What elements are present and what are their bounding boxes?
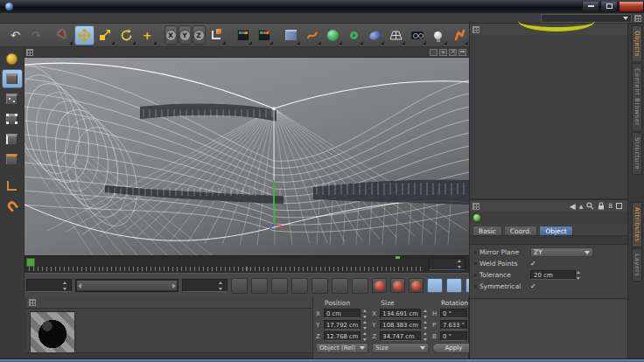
side-tab-structure[interactable]: Structure [632, 132, 642, 175]
size-y-field[interactable]: 108.383 cm [380, 320, 421, 330]
edges-mode-button[interactable] [2, 129, 23, 149]
four-view-icon[interactable] [439, 49, 447, 56]
mirror-plane-dropdown[interactable]: ZY [530, 247, 593, 257]
material-scrollbar[interactable] [26, 352, 312, 359]
keyable-dot-icon[interactable] [474, 262, 477, 265]
snap-button[interactable] [2, 196, 23, 215]
add-light-button[interactable] [428, 25, 448, 45]
single-view-icon[interactable] [430, 49, 438, 56]
attribute-grid-icon[interactable] [472, 203, 480, 210]
object-rel-dropdown[interactable]: Object (Rel) [316, 343, 368, 353]
side-tab-objects[interactable]: Objects [632, 25, 642, 62]
tab-object[interactable]: Object [539, 226, 572, 235]
stepper-icon[interactable] [423, 310, 429, 318]
current-frame-field[interactable] [26, 279, 72, 292]
object-manager-grid-icon[interactable] [472, 26, 480, 33]
title-bar[interactable] [0, 0, 644, 13]
timeline-ruler[interactable] [24, 255, 469, 273]
range-right-arrow-icon[interactable] [172, 283, 176, 289]
goto-start-button[interactable] [231, 278, 248, 294]
material-thumbnail[interactable] [30, 311, 75, 357]
layout-grid-icon[interactable] [634, 15, 641, 22]
add-array-button[interactable] [344, 25, 364, 45]
stepper-icon[interactable] [423, 332, 429, 341]
stepper-icon[interactable] [362, 310, 368, 318]
symmetrical-checkbox[interactable]: ✓ [530, 282, 536, 290]
coordinate-system-button[interactable] [206, 25, 227, 45]
size-z-field[interactable]: 34.747 cm [380, 331, 421, 341]
goto-end-button[interactable] [352, 278, 368, 294]
viewport[interactable] [24, 47, 469, 255]
previous-frame-button[interactable] [271, 278, 288, 294]
last-tool-button[interactable]: + [137, 25, 158, 45]
polygons-mode-button[interactable] [2, 150, 23, 169]
points-mode-button[interactable] [2, 109, 23, 129]
position-y-field[interactable]: 17.792 cm [324, 320, 360, 330]
stepper-icon[interactable] [423, 321, 429, 330]
search-icon[interactable] [586, 202, 594, 210]
stepper-icon[interactable] [362, 332, 368, 341]
range-left-arrow-icon[interactable] [78, 283, 81, 289]
key-position-toggle[interactable] [427, 278, 443, 293]
link-icon[interactable]: 8 [608, 202, 612, 210]
maximize-view-icon[interactable] [458, 49, 466, 56]
frame-icon[interactable] [616, 203, 622, 209]
live-selection-button[interactable] [53, 25, 74, 45]
move-tool-button[interactable] [74, 25, 94, 45]
rotation-h-field[interactable]: 0 ° [440, 309, 467, 318]
model-mode-button[interactable] [2, 69, 23, 88]
preview-marker[interactable] [396, 256, 400, 259]
add-camera-button[interactable] [407, 25, 427, 45]
close-button[interactable] [619, 2, 644, 12]
side-tab-content-browser[interactable]: Content Browser [632, 63, 642, 131]
end-frame-field[interactable] [182, 279, 228, 292]
loop-button[interactable] [251, 278, 268, 294]
tab-coord[interactable]: Coord. [504, 226, 538, 235]
lock-y-button[interactable]: Y [178, 25, 192, 45]
add-hypernurbs-button[interactable] [323, 25, 343, 45]
redo-button[interactable]: ↷ [26, 25, 46, 45]
viewport-canvas[interactable] [24, 58, 469, 255]
keyable-dot-icon[interactable] [474, 251, 477, 254]
pingpong-button[interactable] [332, 278, 348, 294]
add-primitive-button[interactable] [281, 25, 301, 45]
lock-z-button[interactable]: Z [192, 25, 206, 45]
keyable-dot-icon[interactable] [474, 285, 477, 288]
play-button[interactable] [291, 278, 308, 294]
side-tab-attributes[interactable]: Attributes [632, 202, 642, 247]
side-tab-layers[interactable]: Layers [632, 248, 642, 282]
scale-tool-button[interactable] [95, 25, 116, 45]
up-arrow-icon[interactable]: ▲ [579, 203, 584, 209]
tab-basic[interactable]: Basic [472, 226, 502, 235]
stepper-icon[interactable] [362, 321, 368, 330]
history-back-icon[interactable]: ◀ [570, 202, 576, 211]
size-x-field[interactable]: 134.691 cm [380, 309, 421, 318]
rotate-tool-button[interactable] [116, 25, 136, 45]
rotation-b-field[interactable]: 0 ° [440, 331, 467, 341]
keyable-dot-icon[interactable] [474, 274, 477, 276]
key-scale-toggle[interactable] [446, 278, 462, 293]
lock-x-button[interactable]: X [164, 25, 178, 45]
next-frame-button[interactable] [312, 278, 328, 294]
layout-dropdown[interactable] [541, 14, 632, 23]
tolerance-field[interactable]: 20 cm [530, 270, 576, 280]
viewport-grid-icon[interactable] [26, 49, 33, 56]
stepper-icon[interactable] [62, 282, 68, 290]
texture-paint-button[interactable] [2, 49, 23, 68]
minimize-button[interactable] [582, 2, 599, 12]
add-character-button[interactable] [449, 25, 469, 45]
playhead-marker[interactable] [26, 258, 35, 267]
position-z-field[interactable]: 12.768 cm [324, 331, 360, 341]
add-floor-button[interactable] [386, 25, 406, 45]
rotation-p-field[interactable]: 7.633 ° [440, 320, 467, 330]
weld-points-checkbox[interactable]: ✓ [530, 260, 536, 268]
size-dropdown[interactable]: Size [372, 343, 429, 353]
autokey-button[interactable] [390, 278, 405, 293]
frame-field[interactable] [429, 258, 466, 270]
texture-mode-button[interactable] [2, 89, 23, 108]
stepper-icon[interactable] [576, 271, 582, 280]
stepper-icon[interactable] [218, 282, 224, 290]
render-settings-button[interactable] [254, 25, 274, 45]
maximize-button[interactable] [600, 2, 618, 12]
stepper-icon[interactable] [457, 260, 463, 268]
